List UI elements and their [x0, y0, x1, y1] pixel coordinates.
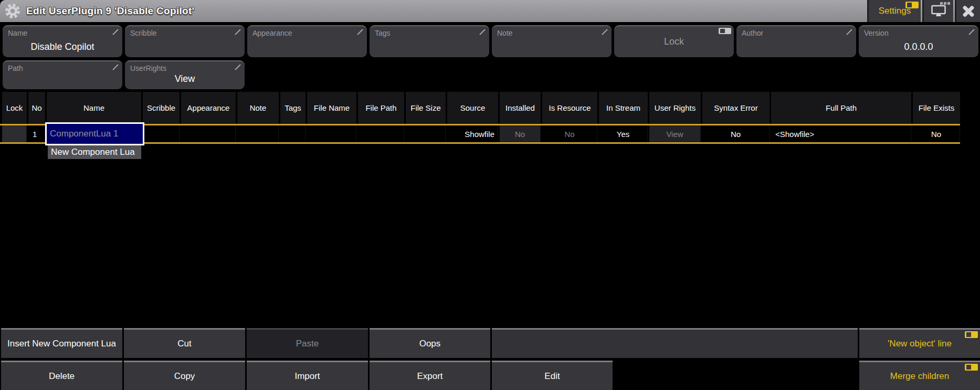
- column-header-name[interactable]: Name: [47, 92, 141, 124]
- path-field-label: Path: [8, 64, 23, 72]
- note-field-label: Note: [497, 29, 513, 37]
- column-header-lock[interactable]: Lock: [2, 92, 27, 124]
- name-edit-input[interactable]: ComponentLua 1: [45, 122, 144, 145]
- monitor-icon: [931, 4, 946, 18]
- new-object-line-label: 'New object' line: [888, 339, 952, 349]
- column-header-file-size[interactable]: File Size: [406, 92, 446, 124]
- column-header-is-resource[interactable]: Is Resource: [542, 92, 597, 124]
- note-field[interactable]: Note: [492, 25, 612, 57]
- column-header-syntax-error[interactable]: Syntax Error: [702, 92, 770, 124]
- cell-is-resource[interactable]: No: [542, 125, 597, 142]
- cell-no[interactable]: 1: [28, 125, 45, 142]
- column-header-full-path[interactable]: Full Path: [771, 92, 911, 124]
- cell-syntax-error[interactable]: No: [702, 125, 770, 142]
- column-header-tags[interactable]: Tags: [280, 92, 305, 124]
- gear-icon: [4, 3, 21, 19]
- screens-indicator-icon: [940, 2, 950, 5]
- name-field[interactable]: Name Disable Copilot: [3, 25, 122, 57]
- cell-lock[interactable]: [2, 125, 27, 142]
- edit-pencil-icon: [235, 64, 241, 70]
- edit-pencil-icon: [112, 64, 119, 70]
- cell-appearance[interactable]: [181, 125, 236, 142]
- paste-button[interactable]: Paste: [247, 328, 368, 358]
- version-field-label: Version: [864, 29, 889, 37]
- cell-full-path[interactable]: <Showfile>: [771, 125, 911, 142]
- edit-pencil-icon: [846, 29, 852, 35]
- version-field[interactable]: Version 0.0.0.0: [859, 25, 978, 57]
- name-field-value: Disable Copilot: [3, 41, 122, 52]
- column-header-in-stream[interactable]: In Stream: [599, 92, 648, 124]
- appearance-field[interactable]: Appearance: [247, 25, 367, 57]
- version-field-value: 0.0.0.0: [859, 41, 978, 52]
- column-header-file-name[interactable]: File Name: [307, 92, 356, 124]
- column-header-installed[interactable]: Installed: [500, 92, 541, 124]
- tags-field[interactable]: Tags: [370, 25, 489, 57]
- cell-file-exists[interactable]: No: [913, 125, 960, 142]
- new-object-line-toggle-button[interactable]: 'New object' line: [859, 328, 980, 358]
- cell-file-path[interactable]: [358, 125, 404, 142]
- cell-file-name[interactable]: [307, 125, 356, 142]
- column-header-note[interactable]: Note: [237, 92, 279, 124]
- monitor-button[interactable]: [922, 0, 953, 22]
- userrights-field-value: View: [125, 73, 245, 85]
- name-field-label: Name: [8, 29, 27, 37]
- tags-field-label: Tags: [375, 29, 391, 37]
- cell-scribble[interactable]: [143, 125, 180, 142]
- edit-pencil-icon: [235, 29, 241, 35]
- author-field[interactable]: Author: [736, 25, 856, 57]
- titlebar: Edit UserPlugin 9 'Disable Copilot' Sett…: [0, 0, 980, 22]
- table-header: Lock No Name Scribble Appearance Note Ta…: [0, 92, 962, 124]
- cell-installed[interactable]: No: [500, 125, 541, 142]
- cell-tags[interactable]: [280, 125, 305, 142]
- column-header-source[interactable]: Source: [447, 92, 498, 124]
- toggle-on-icon: [965, 331, 978, 338]
- merge-children-label: Merge children: [890, 371, 949, 382]
- scribble-field-label: Scribble: [130, 29, 157, 37]
- edit-pencil-icon: [602, 29, 608, 35]
- column-header-file-path[interactable]: File Path: [358, 92, 404, 124]
- edit-pencil-icon: [968, 29, 975, 35]
- column-header-user-rights[interactable]: User Rights: [649, 92, 701, 124]
- column-header-file-exists[interactable]: File Exists: [913, 92, 960, 124]
- appearance-field-label: Appearance: [252, 29, 292, 37]
- userrights-field[interactable]: UserRights View: [125, 60, 245, 89]
- copy-button[interactable]: Copy: [124, 361, 245, 390]
- cell-user-rights[interactable]: View: [649, 125, 701, 142]
- path-field[interactable]: Path: [3, 60, 122, 89]
- merge-children-toggle-button[interactable]: Merge children: [859, 361, 980, 390]
- column-header-no[interactable]: No: [28, 92, 45, 124]
- scribble-field[interactable]: Scribble: [125, 25, 245, 57]
- toggle-on-icon: [905, 2, 919, 8]
- lock-button[interactable]: Lock: [614, 25, 734, 57]
- lock-button-label: Lock: [614, 26, 734, 57]
- cell-source[interactable]: Showfile: [447, 125, 498, 142]
- delete-button[interactable]: Delete: [1, 361, 122, 390]
- edit-pencil-icon: [357, 29, 363, 35]
- footer-spacer: [492, 328, 858, 358]
- toggle-on-icon: [965, 364, 978, 371]
- export-button[interactable]: Export: [370, 361, 490, 390]
- cell-in-stream[interactable]: Yes: [599, 125, 648, 142]
- close-icon: [961, 4, 976, 18]
- cut-button[interactable]: Cut: [124, 328, 245, 358]
- userrights-field-label: UserRights: [130, 64, 166, 72]
- window-title: Edit UserPlugin 9 'Disable Copilot': [26, 0, 194, 22]
- cell-note[interactable]: [237, 125, 279, 142]
- settings-button[interactable]: Settings: [867, 0, 921, 22]
- oops-button[interactable]: Oops: [370, 328, 490, 358]
- edit-pencil-icon: [112, 29, 119, 35]
- name-suggestion-item[interactable]: New Component Lua: [48, 145, 141, 159]
- insert-new-component-lua-button[interactable]: Insert New Component Lua: [1, 328, 122, 358]
- close-button[interactable]: [955, 0, 980, 22]
- edit-pencil-icon: [479, 29, 486, 35]
- import-button[interactable]: Import: [247, 361, 368, 390]
- column-header-scribble[interactable]: Scribble: [143, 92, 180, 124]
- edit-button[interactable]: Edit: [492, 361, 613, 390]
- cell-file-size[interactable]: [406, 125, 446, 142]
- column-header-appearance[interactable]: Appearance: [181, 92, 236, 124]
- author-field-label: Author: [742, 29, 763, 37]
